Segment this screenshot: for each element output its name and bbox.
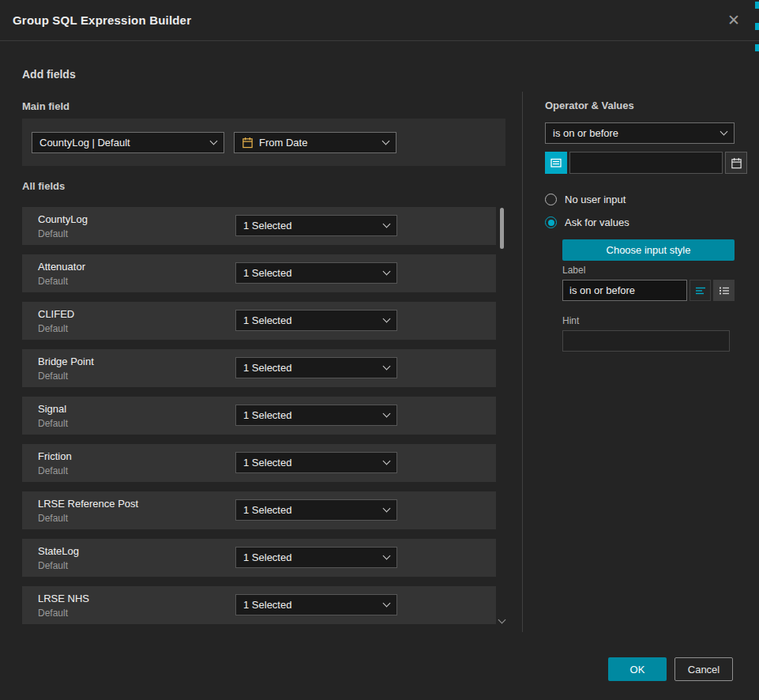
radio-ask-for-values[interactable]: Ask for values xyxy=(545,216,629,228)
field-selected-dropdown[interactable]: 1 Selected xyxy=(235,357,397,378)
chevron-down-icon xyxy=(383,600,391,608)
ok-button[interactable]: OK xyxy=(608,657,667,681)
calendar-icon xyxy=(242,137,254,149)
single-line-style-icon xyxy=(694,284,707,297)
date-field-dropdown-label: From Date xyxy=(259,137,378,149)
field-selected-dropdown[interactable]: 1 Selected xyxy=(235,547,397,568)
field-row: StateLog Default 1 Selected xyxy=(22,539,496,577)
date-picker-button[interactable] xyxy=(725,152,747,174)
value-input[interactable] xyxy=(569,152,723,174)
value-list-button[interactable] xyxy=(545,152,567,174)
main-field-panel: CountyLog | Default From Date xyxy=(22,119,505,166)
input-style-list-button[interactable] xyxy=(713,280,735,301)
chevron-down-icon xyxy=(383,220,391,228)
label-input[interactable] xyxy=(562,280,687,301)
radio-label: No user input xyxy=(565,194,626,205)
field-selected-dropdown[interactable]: 1 Selected xyxy=(235,405,397,426)
label-row xyxy=(562,280,735,301)
calendar-icon xyxy=(731,157,742,169)
dialog-title: Group SQL Expression Builder xyxy=(13,13,191,27)
close-icon[interactable]: ✕ xyxy=(721,9,746,31)
value-row xyxy=(545,152,735,174)
chevron-down-icon xyxy=(720,128,728,136)
add-fields-heading: Add fields xyxy=(22,68,76,81)
operator-values-heading: Operator & Values xyxy=(545,100,634,111)
chevron-down-icon xyxy=(383,315,391,323)
scrollbar-thumb[interactable] xyxy=(500,208,504,249)
date-field-dropdown[interactable]: From Date xyxy=(234,132,396,153)
layer-dropdown-label: CountyLog | Default xyxy=(39,137,205,149)
field-row: Bridge Point Default 1 Selected xyxy=(22,349,496,387)
field-selected-dropdown[interactable]: 1 Selected xyxy=(235,499,397,521)
field-row: CountyLog Default 1 Selected xyxy=(22,207,496,245)
background-artifact xyxy=(755,2,759,9)
field-row: Signal Default 1 Selected xyxy=(22,397,496,435)
list-scrollbar[interactable] xyxy=(499,208,505,624)
cancel-button[interactable]: Cancel xyxy=(674,657,733,681)
chevron-down-icon xyxy=(210,137,218,145)
fields-list: CountyLog Default 1 Selected Attenuator … xyxy=(22,207,496,624)
main-field-label: Main field xyxy=(22,100,70,112)
field-row: Attenuator Default 1 Selected xyxy=(22,254,496,292)
background-artifact xyxy=(755,44,759,51)
choose-input-style-button[interactable]: Choose input style xyxy=(562,239,735,261)
dialog-header: Group SQL Expression Builder ✕ xyxy=(0,0,759,41)
field-row: CLIFED Default 1 Selected xyxy=(22,302,496,340)
radio-selected-icon xyxy=(545,216,557,228)
field-selected-dropdown[interactable]: 1 Selected xyxy=(235,215,397,236)
chevron-down-icon xyxy=(383,505,391,513)
field-selected-dropdown[interactable]: 1 Selected xyxy=(235,452,397,473)
chevron-down-icon xyxy=(383,410,391,418)
chevron-down-icon xyxy=(382,137,390,145)
operator-dropdown-label: is on or before xyxy=(553,127,716,139)
radio-no-user-input[interactable]: No user input xyxy=(545,194,626,205)
field-selected-dropdown[interactable]: 1 Selected xyxy=(235,262,397,284)
all-fields-label: All fields xyxy=(22,180,65,192)
column-divider xyxy=(522,92,523,632)
radio-unselected-icon xyxy=(545,194,557,205)
field-selected-dropdown[interactable]: 1 Selected xyxy=(235,594,397,615)
input-style-single-button[interactable] xyxy=(689,280,711,301)
chevron-down-icon xyxy=(383,268,391,276)
chevron-down-icon xyxy=(383,363,391,371)
field-row: Friction Default 1 Selected xyxy=(22,444,496,482)
background-artifact xyxy=(755,23,759,30)
chevron-down-icon xyxy=(383,552,391,560)
operator-dropdown[interactable]: is on or before xyxy=(545,122,735,144)
field-selected-dropdown[interactable]: 1 Selected xyxy=(235,310,397,331)
list-style-icon xyxy=(718,284,731,297)
value-list-icon xyxy=(550,156,562,169)
radio-label: Ask for values xyxy=(565,216,629,228)
chevron-down-icon xyxy=(383,457,391,465)
field-row: LRSE Reference Post Default 1 Selected xyxy=(22,491,496,529)
label-caption: Label xyxy=(562,265,585,276)
hint-input[interactable] xyxy=(562,330,730,352)
scroll-down-icon[interactable] xyxy=(498,616,506,624)
hint-caption: Hint xyxy=(562,315,579,326)
layer-dropdown[interactable]: CountyLog | Default xyxy=(32,132,224,153)
field-row: LRSE NHS Default 1 Selected xyxy=(22,586,496,624)
